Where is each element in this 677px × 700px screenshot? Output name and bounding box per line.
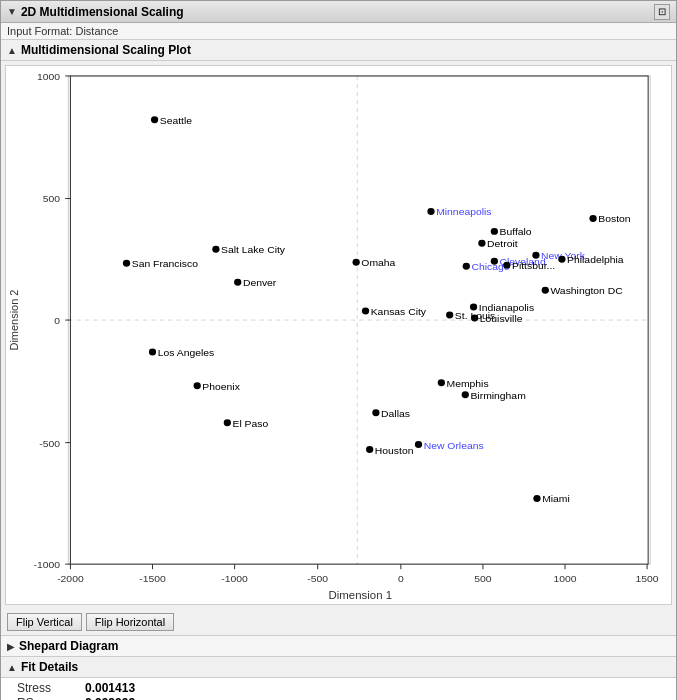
svg-text:Denver: Denver bbox=[243, 277, 277, 288]
svg-text:-1000: -1000 bbox=[34, 559, 61, 570]
svg-text:Seattle: Seattle bbox=[160, 115, 193, 126]
svg-text:Dimension 2: Dimension 2 bbox=[8, 290, 20, 351]
bottom-controls: Flip Vertical Flip Horizontal bbox=[1, 609, 676, 635]
fit-details-label: Fit Details bbox=[21, 660, 78, 674]
svg-text:-1000: -1000 bbox=[221, 573, 248, 584]
svg-point-38 bbox=[194, 382, 201, 389]
fit-details-content: Stress 0.001413 RSquare 0.999992 bbox=[1, 678, 676, 700]
svg-point-56 bbox=[438, 379, 445, 386]
svg-point-78 bbox=[491, 228, 498, 235]
svg-text:Detroit: Detroit bbox=[487, 239, 518, 250]
svg-point-48 bbox=[362, 308, 369, 315]
svg-text:-1500: -1500 bbox=[139, 573, 166, 584]
window-title: 2D Multidimensional Scaling bbox=[21, 5, 184, 19]
svg-point-68 bbox=[471, 315, 478, 322]
svg-point-34 bbox=[123, 260, 130, 267]
plot-section-header: ▲ Multidimensional Scaling Plot bbox=[1, 40, 676, 61]
svg-text:1000: 1000 bbox=[553, 573, 576, 584]
rsquare-row: RSquare 0.999992 bbox=[17, 696, 670, 700]
svg-point-62 bbox=[427, 208, 434, 215]
stress-value: 0.001413 bbox=[85, 681, 135, 695]
title-bar: ▼ 2D Multidimensional Scaling ⊡ bbox=[1, 1, 676, 23]
svg-text:Louisville: Louisville bbox=[480, 313, 523, 324]
fit-collapse-icon[interactable]: ▲ bbox=[7, 662, 17, 673]
shepard-diagram-row[interactable]: ▶ Shepard Diagram bbox=[1, 635, 676, 656]
collapse-triangle[interactable]: ▼ bbox=[7, 6, 17, 17]
input-format-label: Input Format: bbox=[7, 25, 72, 37]
svg-point-72 bbox=[478, 240, 485, 247]
svg-point-36 bbox=[149, 348, 156, 355]
svg-text:Salt Lake City: Salt Lake City bbox=[221, 244, 286, 255]
svg-text:Dimension 1: Dimension 1 bbox=[329, 589, 392, 601]
svg-point-58 bbox=[462, 391, 469, 398]
svg-text:Buffalo: Buffalo bbox=[500, 227, 532, 238]
svg-point-66 bbox=[446, 312, 453, 319]
section-title: Multidimensional Scaling Plot bbox=[21, 43, 191, 57]
svg-text:Kansas City: Kansas City bbox=[371, 306, 427, 317]
shepard-expand-icon[interactable]: ▶ bbox=[7, 641, 15, 652]
svg-point-60 bbox=[533, 495, 540, 502]
svg-point-32 bbox=[151, 116, 158, 123]
svg-point-86 bbox=[589, 215, 596, 222]
svg-text:Omaha: Omaha bbox=[361, 257, 395, 268]
svg-text:Birmingham: Birmingham bbox=[470, 390, 525, 401]
svg-text:Washington DC: Washington DC bbox=[550, 285, 622, 296]
plot-area: -2000 -1500 -1000 -500 0 500 1000 1500 D… bbox=[5, 65, 672, 605]
svg-text:El Paso: El Paso bbox=[233, 418, 269, 429]
svg-text:-2000: -2000 bbox=[57, 573, 84, 584]
shepard-label: Shepard Diagram bbox=[19, 639, 118, 653]
svg-text:-500: -500 bbox=[307, 573, 328, 584]
svg-text:Memphis: Memphis bbox=[447, 378, 489, 389]
svg-point-54 bbox=[415, 441, 422, 448]
flip-horizontal-button[interactable]: Flip Horizontal bbox=[86, 613, 174, 631]
svg-text:0: 0 bbox=[398, 573, 404, 584]
svg-text:Philadelphia: Philadelphia bbox=[567, 254, 624, 265]
main-window: ▼ 2D Multidimensional Scaling ⊡ Input Fo… bbox=[0, 0, 677, 700]
svg-text:Boston: Boston bbox=[598, 214, 630, 225]
rsquare-label: RSquare bbox=[17, 696, 77, 700]
flip-vertical-button[interactable]: Flip Vertical bbox=[7, 613, 82, 631]
input-format-row: Input Format: Distance bbox=[1, 23, 676, 40]
svg-point-42 bbox=[234, 279, 241, 286]
svg-point-44 bbox=[212, 246, 219, 253]
svg-text:-500: -500 bbox=[39, 438, 60, 449]
svg-text:Miami: Miami bbox=[542, 494, 570, 505]
svg-text:San Francisco: San Francisco bbox=[132, 258, 199, 269]
svg-point-74 bbox=[491, 258, 498, 265]
svg-point-46 bbox=[353, 259, 360, 266]
section-collapse-icon[interactable]: ▲ bbox=[7, 45, 17, 56]
svg-point-52 bbox=[366, 446, 373, 453]
svg-point-70 bbox=[470, 304, 477, 311]
svg-text:Los Angeles: Los Angeles bbox=[158, 347, 214, 358]
svg-text:1000: 1000 bbox=[37, 71, 60, 82]
svg-point-40 bbox=[224, 419, 231, 426]
svg-text:500: 500 bbox=[43, 194, 61, 205]
svg-text:Dallas: Dallas bbox=[381, 408, 410, 419]
svg-point-82 bbox=[558, 256, 565, 263]
expand-button[interactable]: ⊡ bbox=[654, 4, 670, 20]
svg-text:Pittsbur...: Pittsbur... bbox=[512, 260, 555, 271]
svg-point-76 bbox=[503, 262, 510, 269]
scatter-plot: -2000 -1500 -1000 -500 0 500 1000 1500 D… bbox=[6, 66, 671, 604]
stress-label: Stress bbox=[17, 681, 77, 695]
rsquare-value: 0.999992 bbox=[85, 696, 135, 700]
svg-text:Phoenix: Phoenix bbox=[202, 381, 239, 392]
svg-text:Minneapolis: Minneapolis bbox=[436, 207, 491, 218]
input-format-value: Distance bbox=[75, 25, 118, 37]
svg-text:1500: 1500 bbox=[636, 573, 659, 584]
svg-text:Houston: Houston bbox=[375, 445, 414, 456]
svg-text:Indianapolis: Indianapolis bbox=[479, 302, 534, 313]
svg-text:500: 500 bbox=[474, 573, 492, 584]
svg-text:New Orleans: New Orleans bbox=[424, 440, 484, 451]
fit-details-header: ▲ Fit Details bbox=[1, 656, 676, 678]
svg-point-50 bbox=[372, 409, 379, 416]
svg-point-64 bbox=[463, 263, 470, 270]
svg-text:0: 0 bbox=[54, 315, 60, 326]
stress-row: Stress 0.001413 bbox=[17, 681, 670, 695]
svg-point-84 bbox=[542, 287, 549, 294]
svg-point-80 bbox=[532, 252, 539, 259]
